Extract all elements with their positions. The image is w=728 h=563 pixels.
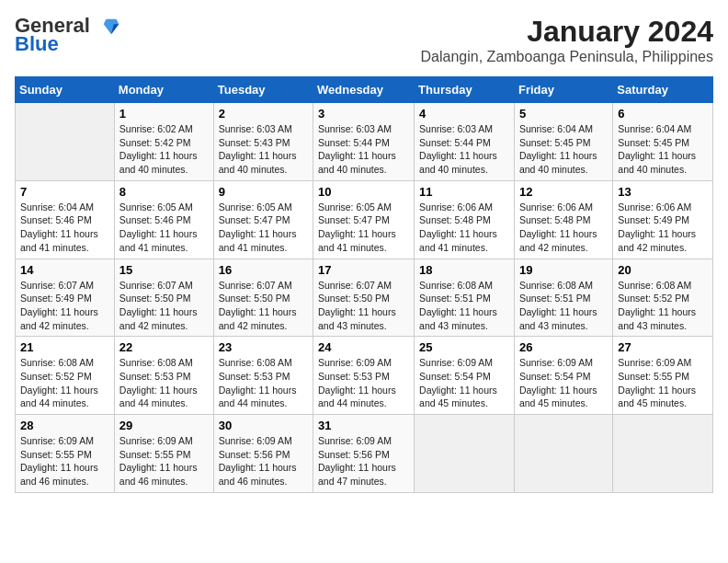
calendar-cell: 25Sunrise: 6:09 AMSunset: 5:54 PMDayligh… [415,337,515,415]
day-info: Sunrise: 6:05 AMSunset: 5:47 PMDaylight:… [318,201,396,253]
calendar-cell [613,415,713,493]
day-number: 3 [318,107,409,121]
calendar-cell [514,415,612,493]
calendar-cell [16,103,115,181]
day-number: 2 [219,107,308,121]
day-number: 31 [318,419,409,432]
day-number: 26 [519,340,608,354]
calendar-cell: 4Sunrise: 6:03 AMSunset: 5:44 PMDaylight… [415,103,515,181]
calendar-cell: 17Sunrise: 6:07 AMSunset: 5:50 PMDayligh… [313,259,415,337]
day-number: 24 [318,340,409,354]
calendar-header-row: SundayMondayTuesdayWednesdayThursdayFrid… [16,77,713,103]
day-number: 8 [119,185,209,199]
day-number: 12 [519,185,608,199]
day-number: 21 [20,340,109,354]
day-info: Sunrise: 6:08 AMSunset: 5:51 PMDaylight:… [519,280,597,331]
day-info: Sunrise: 6:06 AMSunset: 5:49 PMDaylight:… [618,201,696,253]
day-number: 19 [519,263,608,277]
calendar-cell: 16Sunrise: 6:07 AMSunset: 5:50 PMDayligh… [213,259,313,337]
header-thursday: Thursday [415,77,515,103]
calendar-cell: 29Sunrise: 6:09 AMSunset: 5:55 PMDayligh… [114,415,213,493]
header-sunday: Sunday [16,77,115,103]
week-row-2: 7Sunrise: 6:04 AMSunset: 5:46 PMDaylight… [16,180,713,259]
week-row-3: 14Sunrise: 6:07 AMSunset: 5:49 PMDayligh… [16,259,713,337]
day-number: 1 [119,107,209,121]
day-info: Sunrise: 6:03 AMSunset: 5:44 PMDaylight:… [419,123,497,175]
day-number: 17 [318,263,409,277]
week-row-4: 21Sunrise: 6:08 AMSunset: 5:52 PMDayligh… [16,337,713,415]
calendar-cell [415,415,515,493]
day-info: Sunrise: 6:04 AMSunset: 5:46 PMDaylight:… [20,201,98,253]
subtitle: Dalangin, Zamboanga Peninsula, Philippin… [421,49,713,65]
calendar-cell: 21Sunrise: 6:08 AMSunset: 5:52 PMDayligh… [16,337,115,415]
calendar-cell: 3Sunrise: 6:03 AMSunset: 5:44 PMDaylight… [313,103,415,181]
day-info: Sunrise: 6:04 AMSunset: 5:45 PMDaylight:… [618,123,696,175]
header-saturday: Saturday [613,77,713,103]
week-row-5: 28Sunrise: 6:09 AMSunset: 5:55 PMDayligh… [16,415,713,493]
title-area: January 2024 Dalangin, Zamboanga Peninsu… [421,15,713,65]
calendar-cell: 5Sunrise: 6:04 AMSunset: 5:45 PMDaylight… [514,103,612,181]
day-number: 27 [618,340,708,354]
day-number: 7 [20,185,109,199]
day-info: Sunrise: 6:07 AMSunset: 5:50 PMDaylight:… [219,280,297,331]
header-friday: Friday [514,77,612,103]
day-info: Sunrise: 6:09 AMSunset: 5:55 PMDaylight:… [119,435,198,487]
day-number: 13 [618,185,708,199]
calendar-cell: 10Sunrise: 6:05 AMSunset: 5:47 PMDayligh… [313,180,415,259]
page-header: General Blue January 2024 Dalangin, Zamb… [15,15,713,65]
day-info: Sunrise: 6:09 AMSunset: 5:53 PMDaylight:… [318,357,396,408]
calendar-cell: 8Sunrise: 6:05 AMSunset: 5:46 PMDaylight… [114,180,213,259]
calendar-cell: 19Sunrise: 6:08 AMSunset: 5:51 PMDayligh… [514,259,612,337]
day-info: Sunrise: 6:08 AMSunset: 5:53 PMDaylight:… [119,357,198,408]
header-monday: Monday [114,77,213,103]
day-info: Sunrise: 6:07 AMSunset: 5:49 PMDaylight:… [20,280,98,331]
calendar-cell: 15Sunrise: 6:07 AMSunset: 5:50 PMDayligh… [114,259,213,337]
day-info: Sunrise: 6:03 AMSunset: 5:43 PMDaylight:… [219,123,297,175]
day-number: 5 [519,107,608,121]
calendar-cell: 31Sunrise: 6:09 AMSunset: 5:56 PMDayligh… [313,415,415,493]
calendar-cell: 14Sunrise: 6:07 AMSunset: 5:49 PMDayligh… [16,259,115,337]
day-info: Sunrise: 6:03 AMSunset: 5:44 PMDaylight:… [318,123,396,175]
day-info: Sunrise: 6:08 AMSunset: 5:51 PMDaylight:… [419,280,497,331]
day-number: 11 [419,185,509,199]
day-number: 15 [119,263,209,277]
day-info: Sunrise: 6:09 AMSunset: 5:55 PMDaylight:… [618,357,696,408]
day-info: Sunrise: 6:08 AMSunset: 5:52 PMDaylight:… [618,280,696,331]
header-wednesday: Wednesday [313,77,415,103]
day-info: Sunrise: 6:05 AMSunset: 5:47 PMDaylight:… [219,201,297,253]
day-number: 9 [219,185,308,199]
header-tuesday: Tuesday [213,77,313,103]
day-number: 18 [419,263,509,277]
calendar-cell: 1Sunrise: 6:02 AMSunset: 5:42 PMDaylight… [114,103,213,181]
calendar-cell: 12Sunrise: 6:06 AMSunset: 5:48 PMDayligh… [514,180,612,259]
day-number: 16 [219,263,308,277]
day-info: Sunrise: 6:04 AMSunset: 5:45 PMDaylight:… [519,123,597,175]
day-number: 10 [318,185,409,199]
day-info: Sunrise: 6:09 AMSunset: 5:56 PMDaylight:… [219,435,297,487]
day-number: 22 [119,340,209,354]
calendar-cell: 20Sunrise: 6:08 AMSunset: 5:52 PMDayligh… [613,259,713,337]
day-info: Sunrise: 6:08 AMSunset: 5:52 PMDaylight:… [20,357,98,408]
logo-blue: Blue [15,32,59,55]
calendar-cell: 23Sunrise: 6:08 AMSunset: 5:53 PMDayligh… [213,337,313,415]
day-info: Sunrise: 6:09 AMSunset: 5:55 PMDaylight:… [20,435,98,487]
calendar-cell: 13Sunrise: 6:06 AMSunset: 5:49 PMDayligh… [613,180,713,259]
calendar-cell: 2Sunrise: 6:03 AMSunset: 5:43 PMDaylight… [213,103,313,181]
calendar-cell: 26Sunrise: 6:09 AMSunset: 5:54 PMDayligh… [514,337,612,415]
day-info: Sunrise: 6:09 AMSunset: 5:56 PMDaylight:… [318,435,396,487]
calendar-cell: 27Sunrise: 6:09 AMSunset: 5:55 PMDayligh… [613,337,713,415]
calendar-cell: 24Sunrise: 6:09 AMSunset: 5:53 PMDayligh… [313,337,415,415]
day-number: 23 [219,340,308,354]
day-number: 4 [419,107,509,121]
logo: General Blue [15,15,121,55]
day-info: Sunrise: 6:07 AMSunset: 5:50 PMDaylight:… [318,280,396,331]
calendar-table: SundayMondayTuesdayWednesdayThursdayFrid… [15,76,713,493]
calendar-cell: 9Sunrise: 6:05 AMSunset: 5:47 PMDaylight… [213,180,313,259]
day-number: 20 [618,263,708,277]
calendar-cell: 18Sunrise: 6:08 AMSunset: 5:51 PMDayligh… [415,259,515,337]
day-info: Sunrise: 6:09 AMSunset: 5:54 PMDaylight:… [519,357,597,408]
day-number: 25 [419,340,509,354]
day-number: 28 [20,419,109,432]
calendar-cell: 11Sunrise: 6:06 AMSunset: 5:48 PMDayligh… [415,180,515,259]
day-number: 14 [20,263,109,277]
